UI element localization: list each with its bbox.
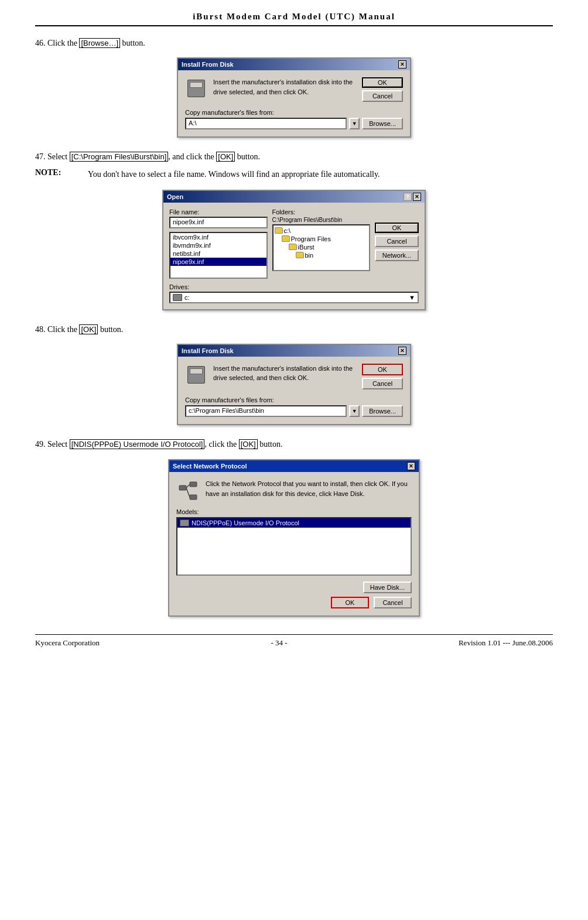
have-disk-button[interactable]: Have Disk... xyxy=(363,582,412,593)
svg-line-4 xyxy=(186,488,190,497)
cancel-button-proto[interactable]: Cancel xyxy=(374,597,412,608)
step-46-text: 46. Click the [Browse…] button. xyxy=(35,37,553,49)
screenshot-network-protocol: Select Network Protocol ✕ xyxy=(35,459,553,617)
network-titlebar-buttons: ✕ xyxy=(407,462,415,470)
titlebar-buttons: ✕ xyxy=(398,60,406,69)
note-text: You don't have to select a file name. Wi… xyxy=(88,168,380,181)
floppy-shape-2 xyxy=(187,366,205,384)
folder-icon-iburst xyxy=(289,244,297,250)
ok-button-proto[interactable]: OK xyxy=(331,597,369,608)
close-button[interactable]: ✕ xyxy=(413,193,421,201)
copy-from-section-2: Copy manufacturer's files from: c:\Progr… xyxy=(185,396,403,417)
copy-from-row: A:\ ▼ Browse... xyxy=(185,118,403,129)
copy-from-section: Copy manufacturer's files from: A:\ ▼ Br… xyxy=(185,109,403,129)
help-button[interactable]: ? xyxy=(404,193,412,201)
file-item-ibvcom[interactable]: ibvcom9x.inf xyxy=(170,233,266,241)
dialog-inner-2: Insert the manufacturer's installation d… xyxy=(185,364,403,389)
dialog-body-text: Insert the manufacturer's installation d… xyxy=(213,77,356,97)
folder-program-files[interactable]: Program Files xyxy=(275,235,368,243)
network-close-button[interactable]: ✕ xyxy=(407,462,415,470)
folder-tree: c:\ Program Files iBurst xyxy=(272,224,371,271)
titlebar-buttons-2: ✕ xyxy=(398,347,406,355)
dropdown-arrow-2[interactable]: ▼ xyxy=(349,405,360,417)
file-name-input[interactable]: nipoe9x.inf xyxy=(169,217,268,228)
folder-icon-pf xyxy=(282,235,290,242)
ok-button-2[interactable]: OK xyxy=(362,364,403,375)
net-icon xyxy=(180,519,189,526)
dialog-buttons: OK Cancel xyxy=(362,77,403,102)
open-left-panel: File name: nipoe9x.inf ibvcom9x.inf ibvm… xyxy=(169,208,268,279)
copy-path-input[interactable]: A:\ xyxy=(185,118,347,129)
proto-body-text: Click the Network Protocol that you want… xyxy=(206,479,412,498)
have-disk-section: Have Disk... xyxy=(176,582,412,593)
proto-top-section: Click the Network Protocol that you want… xyxy=(176,479,412,502)
drives-label: Drives: xyxy=(169,283,419,290)
drives-combo[interactable]: c: ▼ xyxy=(169,292,419,303)
open-dialog-body: File name: nipoe9x.inf ibvcom9x.inf ibvm… xyxy=(163,203,425,309)
cancel-button[interactable]: Cancel xyxy=(362,90,403,102)
proto-bottom-buttons: OK Cancel xyxy=(176,597,412,608)
network-icon-svg xyxy=(178,481,198,501)
browse-button-2[interactable]: Browse... xyxy=(362,405,403,417)
ok-button[interactable]: OK xyxy=(375,223,419,233)
copy-from-row-2: c:\Program Files\iBurst\bin ▼ Browse... xyxy=(185,405,403,417)
ndis-highlight: [NDIS(PPPoE) Usermode I/O Protocol] xyxy=(70,439,205,449)
path-highlight: [C:\Program Files\iBurst\bin] xyxy=(70,152,169,162)
footer-left: Kyocera Corporation xyxy=(35,638,100,648)
floppy-icon-2 xyxy=(185,364,207,386)
browse-button[interactable]: Browse... xyxy=(362,118,403,129)
dialog-body-text-2: Insert the manufacturer's installation d… xyxy=(213,364,356,383)
step-49-text: 49. Select [NDIS(PPPoE) Usermode I/O Pro… xyxy=(35,438,553,451)
svg-rect-2 xyxy=(190,495,197,500)
copy-path-input-2[interactable]: c:\Program Files\iBurst\bin xyxy=(185,405,347,417)
step-47-section: 47. Select [C:\Program Files\iBurst\bin]… xyxy=(35,151,553,310)
header-title: iBurst Modem Card Model (UTC) Manual xyxy=(193,12,395,21)
dialog-body: Insert the manufacturer's installation d… xyxy=(178,70,410,136)
page-header: iBurst Modem Card Model (UTC) Manual xyxy=(35,12,553,26)
drive-combo-inner: c: xyxy=(173,294,190,301)
close-button[interactable]: ✕ xyxy=(398,60,406,69)
ndis-protocol-item[interactable]: NDIS(PPPoE) Usermode I/O Protocol xyxy=(177,518,411,528)
close-button-2[interactable]: ✕ xyxy=(398,347,406,355)
folder-iburst[interactable]: iBurst xyxy=(275,243,368,251)
open-top-area: File name: nipoe9x.inf ibvcom9x.inf ibvm… xyxy=(169,208,419,279)
ok-highlight: [OK] xyxy=(216,152,235,162)
page-number: - 34 - xyxy=(271,638,287,648)
network-button[interactable]: Network... xyxy=(375,249,419,261)
cancel-button[interactable]: Cancel xyxy=(375,235,419,247)
install-from-disk-dialog-1: Install From Disk ✕ Insert the manufactu… xyxy=(177,57,411,138)
file-list: ibvcom9x.inf ibvmdm9x.inf netibst.inf ni… xyxy=(169,232,268,279)
open-dialog: Open ? ✕ File name: nipoe9x.inf ibvcom9x… xyxy=(162,190,426,310)
floppy-icon xyxy=(185,77,207,100)
file-item-nipoe-selected[interactable]: nipoe9x.inf xyxy=(170,258,266,266)
folder-bin[interactable]: bin xyxy=(275,251,368,259)
dialog-body-2: Insert the manufacturer's installation d… xyxy=(178,357,410,424)
step-47-note: NOTE: You don't have to select a file na… xyxy=(35,168,553,181)
dropdown-arrow[interactable]: ▼ xyxy=(349,118,360,129)
svg-line-3 xyxy=(186,484,190,488)
folders-path: C:\Program Files\iBurst\bin xyxy=(272,217,371,223)
floppy-shape xyxy=(187,80,205,97)
svg-rect-0 xyxy=(179,485,186,490)
ok-button[interactable]: OK xyxy=(362,77,403,88)
cancel-button-2[interactable]: Cancel xyxy=(362,378,403,389)
drive-icon xyxy=(173,294,182,301)
file-item-ibvmdm[interactable]: ibvmdm9x.inf xyxy=(170,241,266,249)
folder-c-drive[interactable]: c:\ xyxy=(275,227,368,235)
step-48-text: 48. Click the [OK] button. xyxy=(35,323,553,336)
network-dialog-titlebar: Select Network Protocol ✕ xyxy=(169,460,419,472)
drives-section: Drives: c: ▼ xyxy=(169,283,419,303)
dialog-title-2: Install From Disk xyxy=(182,347,234,354)
step-49-section: 49. Select [NDIS(PPPoE) Usermode I/O Pro… xyxy=(35,438,553,617)
step-47-text: 47. Select [C:\Program Files\iBurst\bin]… xyxy=(35,151,553,163)
network-dialog-body: Click the Network Protocol that you want… xyxy=(169,472,419,615)
file-item-netibst[interactable]: netibst.inf xyxy=(170,249,266,258)
models-label: Models: xyxy=(176,508,412,515)
network-icon-box xyxy=(176,479,200,502)
screenshot-open-dialog: Open ? ✕ File name: nipoe9x.inf ibvcom9x… xyxy=(35,190,553,310)
dialog-buttons-2: OK Cancel xyxy=(362,364,403,389)
titlebar-help-buttons: ? ✕ xyxy=(404,193,421,201)
screenshot-install-from-disk-1: Install From Disk ✕ Insert the manufactu… xyxy=(35,57,553,138)
dialog-titlebar-2: Install From Disk ✕ xyxy=(178,345,410,357)
ok-highlight-49: [OK] xyxy=(239,439,258,449)
